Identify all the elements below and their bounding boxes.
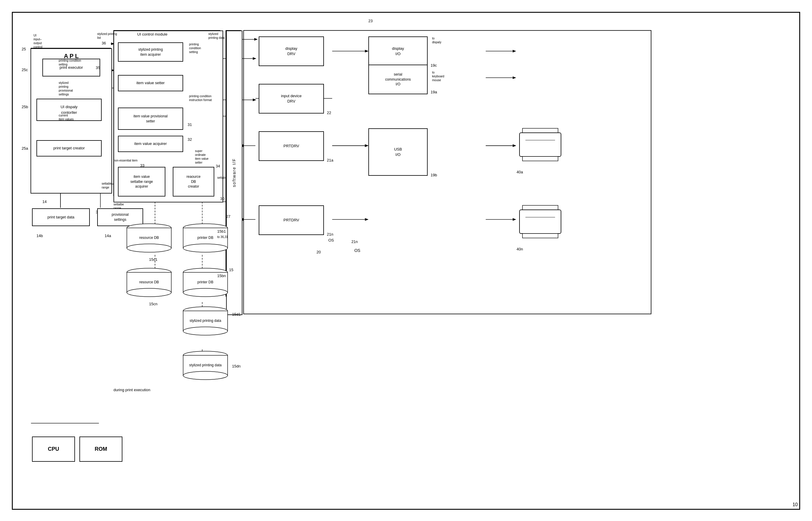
stylized-printing-data-1: stylized printng data <box>182 306 229 336</box>
ref-21n: 21n <box>327 232 333 236</box>
svg-point-54 <box>127 288 171 297</box>
ref-15c1: 15c1 <box>149 257 157 262</box>
annotation-ui-input-output-control: UI input– output control <box>33 33 54 49</box>
ref-15b1: 15b1 <box>217 229 226 233</box>
ref-34: 34 <box>216 164 220 168</box>
input-device-drv-label: input device DRV <box>281 93 301 104</box>
print-target-creator-box: print target creator <box>37 140 102 157</box>
ref-22: 22 <box>327 111 331 115</box>
ref-14a: 14a <box>105 233 111 238</box>
ref-36: 36 <box>102 41 106 45</box>
print-target-creator-label: print target creator <box>53 145 85 151</box>
item-value-provisional-setter-box: item value provisional setter <box>118 108 183 130</box>
during-print-execution-label: during print execution <box>114 388 150 392</box>
ref-21a: 21a <box>327 158 333 162</box>
svg-rect-65 <box>519 133 561 157</box>
ref-19a: 19a <box>431 90 437 94</box>
ref-23: 23 <box>368 19 372 23</box>
svg-point-60 <box>183 327 228 335</box>
super-ordinate-label: super ordinate item value setter <box>195 149 209 164</box>
ref-14b: 14b <box>37 233 43 238</box>
item-value-settable-range-acquirer-label: item value settalbe range acquirer <box>131 174 153 189</box>
diagram-container: OS 21n 23 25 UI input– output control A … <box>12 12 800 510</box>
ref-14: 14 <box>42 200 47 204</box>
ref-25a: 25a <box>22 146 28 151</box>
svg-point-51 <box>183 244 228 252</box>
svg-text:OS: OS <box>354 248 361 253</box>
resource-db-creator-box: reaource DB creator <box>173 167 214 197</box>
svg-text:21n: 21n <box>351 240 358 244</box>
stylized-printing-data-2: stylized printing data <box>182 350 229 380</box>
item-value-setter-label: item value setter <box>136 80 164 86</box>
prtdrv-2-label: PRTDRV <box>284 218 299 223</box>
resource-db-1-label: resource DB <box>139 235 159 240</box>
svg-rect-3 <box>243 30 651 314</box>
printing-condition-setting-2: printing condition setting <box>59 59 97 66</box>
ref-10: 10 <box>792 502 798 507</box>
svg-rect-70 <box>523 233 558 238</box>
non-essential-item: non-essential item <box>114 159 138 162</box>
resource-db-creator-label: reaource DB creator <box>186 174 200 189</box>
printing-condition-setting-1: printing condition setting <box>189 42 201 54</box>
resource-db-2-label: resource DB <box>139 280 159 285</box>
printer-40a-icon <box>516 126 564 167</box>
printer-db-2-label: printer DB <box>198 280 213 285</box>
printer-db-2: printer DB <box>182 268 229 297</box>
ref-40a: 40a <box>516 170 523 174</box>
printing-condition-instruction-format: printing condition instruction format <box>189 94 231 102</box>
item-value-provisional-setter-label: item value provisional setter <box>133 114 167 124</box>
input-device-drv-box: input device DRV <box>259 84 324 114</box>
printer-db-1-label: printer DB <box>198 235 213 240</box>
svg-rect-66 <box>523 157 558 161</box>
item-value-setter-box: item value setter <box>118 75 183 91</box>
ref-15dn: 15dn <box>232 364 241 368</box>
rom-box: ROM <box>79 436 122 462</box>
print-target-data-label: print target data <box>47 214 74 220</box>
svg-point-48 <box>127 244 171 252</box>
ref-25b: 25b <box>22 105 28 109</box>
printer-40n-icon <box>516 202 564 244</box>
settable-range-2: settable range <box>102 182 112 189</box>
stylized-printing-data-1-label: stylized printng data <box>190 319 222 323</box>
ref-40n: 40n <box>516 247 523 251</box>
ref-32: 32 <box>188 137 192 142</box>
ui-control-module-label: UI control module <box>137 32 167 37</box>
provisional-settings-label: provisional settings <box>112 212 129 222</box>
usb-io-label: USB I/O <box>394 147 402 157</box>
item-value-acquirer-label: item value acquirer <box>134 141 167 146</box>
svg-point-57 <box>183 288 228 297</box>
display-drv-label: display DRV <box>285 46 297 56</box>
current-item-values: current item values <box>59 114 91 121</box>
item-value-acquirer-box: item value acquirer <box>118 136 183 152</box>
display-io-label: display I/O <box>392 46 404 56</box>
os-label: OS <box>328 238 334 243</box>
svg-point-63 <box>183 371 228 380</box>
print-target-data-box: print target data <box>32 208 90 226</box>
resource-db-2: resource DB <box>125 268 173 297</box>
ref-19b: 19b <box>431 173 437 177</box>
resource-db-1: resource DB <box>125 223 173 253</box>
ref-27: 27 <box>226 214 230 219</box>
svg-rect-69 <box>519 210 561 233</box>
svg-rect-64 <box>523 128 558 133</box>
cpu-label: CPU <box>48 446 59 453</box>
ref-15bn: 15bn <box>217 274 226 278</box>
ref-35b: 35 <box>96 66 100 70</box>
svg-rect-68 <box>523 205 558 210</box>
ref-31: 31 <box>188 122 192 127</box>
ref-20: 20 <box>317 250 321 254</box>
display-drv-box: display DRV <box>259 37 324 66</box>
ref-19c: 19c <box>431 63 437 68</box>
stylized-printing-data-label: stylized printing data <box>208 32 225 40</box>
cpu-box: CPU <box>32 436 75 462</box>
prtdrv-1-box: PRTDRV <box>259 131 324 161</box>
to-keyboard-mouse-label: to keyboard mouse <box>432 70 444 82</box>
ref-15cn: 15cn <box>149 302 157 306</box>
to-display-label: to dispaly <box>432 37 441 44</box>
item-value-settable-range-acquirer-box: item value settalbe range acquirer <box>118 167 165 197</box>
ref-15d1: 15d1 <box>232 312 241 317</box>
ref-25: 25 <box>22 47 26 51</box>
prtdrv-1-label: PRTDRV <box>284 143 299 149</box>
software-if-label: software I/F <box>231 158 237 187</box>
prtdrv-2-box: PRTDRV <box>259 205 324 235</box>
